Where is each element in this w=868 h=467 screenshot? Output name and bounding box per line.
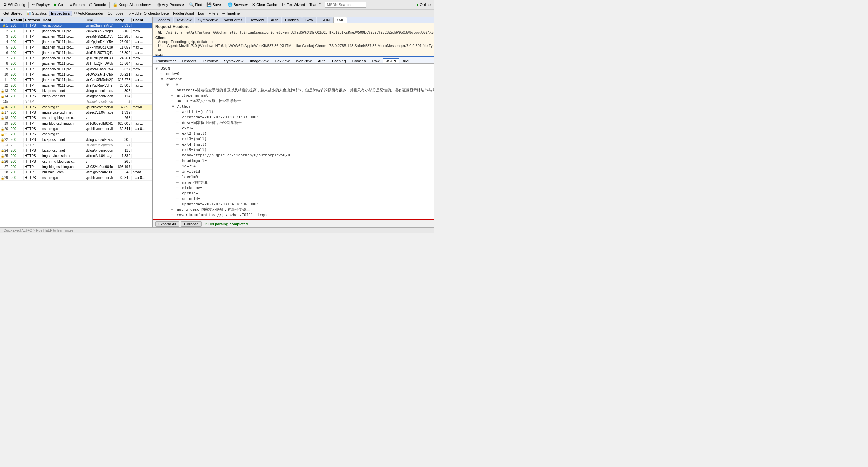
table-row[interactable]: 🔒16 200 HTTPS csdnimg.cn /public/common/… [0, 105, 152, 110]
collapse-button[interactable]: Collapse [181, 221, 202, 227]
save-button[interactable]: 💾 Save [204, 1, 223, 8]
resp-tab-imageview[interactable]: ImageView [247, 58, 271, 63]
resp-tab-syntaxview[interactable]: SyntaxView [221, 58, 246, 63]
tab-json-req[interactable]: JSON [317, 17, 333, 23]
inspectors-tab[interactable]: Inspectors [49, 11, 72, 16]
protocol-cell: HTTP [24, 51, 41, 55]
tunnel-icon: ⤵ [3, 144, 4, 147]
browse-button[interactable]: 🌐 Browse ▾ [225, 1, 250, 8]
tab-syntaxview[interactable]: SyntaxView [195, 17, 220, 23]
json-coverimgurl: ─ coverimgurl=https://jiaozhen-70111.pic… [171, 212, 434, 218]
tab-hexview[interactable]: HexView [246, 17, 267, 23]
resp-tab-xml[interactable]: XML [399, 58, 413, 63]
client-section: Client [155, 36, 434, 40]
filters-tab[interactable]: Filters [206, 11, 220, 16]
resp-tab-raw[interactable]: Raw [369, 58, 382, 63]
fiddler-orchestra-tab[interactable]: ♪ Fiddler Orchestra Beta [127, 11, 171, 16]
protocol-cell: HTTP [24, 122, 41, 125]
table-row[interactable]: 27 200 HTTP img-blog.csdnimg.cn /3f0824e… [0, 164, 152, 170]
result-cell: 200 [9, 116, 24, 120]
stream-button[interactable]: ≡ Stream [67, 1, 87, 8]
table-row[interactable]: 🔒29 200 HTTPS csdnimg.cn /public/common/… [0, 175, 152, 181]
replay-button[interactable]: ↩ Replay ▾ [30, 1, 52, 8]
table-row[interactable]: 4 200 HTTP jiaozhen-70111.pic... /9bQxjh… [0, 39, 152, 45]
table-row[interactable]: 🔒17 200 HTTPS imgservice.csdn.net /direc… [0, 110, 152, 115]
tab-textview[interactable]: TextView [174, 17, 195, 23]
log-tab[interactable]: Log [196, 11, 206, 16]
resp-tab-webview[interactable]: WebView [293, 58, 315, 63]
protocol-cell: HTTP [24, 40, 41, 44]
resp-tab-caching[interactable]: Caching [329, 58, 349, 63]
table-row[interactable]: 5 200 HTTP jiaozhen-70111.pic... /2FFnma… [0, 45, 152, 50]
table-row[interactable]: 🔒22 200 HTTPS bizapi.csdn.net /blog-cons… [0, 137, 152, 143]
protocol-cell: HTTP [24, 143, 41, 147]
statistics-tab[interactable]: 📊 Statistics [24, 10, 49, 16]
resp-tab-hexview[interactable]: HexView [272, 58, 292, 63]
table-row[interactable]: 🔒21 200 HTTPS csdnimg.cn [0, 132, 152, 137]
tab-cookies[interactable]: Cookies [282, 17, 302, 23]
autoresponder-tab[interactable]: ↺ AutoResponder [72, 10, 105, 16]
tab-headers[interactable]: Headers [153, 17, 173, 23]
resp-tab-transformer[interactable]: Transformer [153, 58, 179, 63]
table-row[interactable]: ⤵23 - HTTP Tunnel to optimizationguide-p… [0, 143, 152, 148]
url-cell: /miniChannelArt?artnum=... [85, 24, 113, 27]
keep-button[interactable]: 🔒 Keep: All sessions ▾ [111, 1, 153, 8]
table-row[interactable]: 6 200 HTTP jiaozhen-70111.pic... /bkR7L2… [0, 50, 152, 56]
table-row[interactable]: 28 200 HTTP hm.baidu.com /hm.gif?hca=290… [0, 170, 152, 175]
table-row[interactable]: 10 200 HTTP jiaozhen-70111.pic... /4QWX2… [0, 72, 152, 77]
table-row[interactable]: 🔒14 200 HTTPS bizapi.csdn.net /blog/phoe… [0, 94, 152, 99]
table-row[interactable]: 🔒13 200 HTTPS bizapi.csdn.net /blog-cons… [0, 88, 152, 94]
composer-tab[interactable]: Composer [105, 11, 127, 16]
entity-section: Entity [155, 53, 434, 56]
table-row[interactable]: 🔒18 200 HTTPS csdn-img-blog.oss-c... / 2… [0, 115, 152, 121]
resp-tab-auth[interactable]: Auth [315, 58, 329, 63]
go-button[interactable]: ▶ Go [52, 1, 65, 8]
host-cell: jiaozhen-70111.pic... [41, 35, 85, 38]
table-row[interactable]: 19 200 HTTP img-blog.csdnimg.cn /d1c85de… [0, 121, 152, 126]
tunnel-icon: ⤵ [3, 100, 4, 104]
url-cell: / [85, 116, 113, 120]
json-ext3: ─ ext3=(null) [176, 136, 434, 142]
get-started-tab[interactable]: Get Started [1, 11, 24, 16]
table-row[interactable]: 🔒1 200 HTTPS vp.fact.qq.com /miniChannel… [0, 23, 152, 29]
body-cell: 15,802 [113, 51, 132, 55]
winconfig-button[interactable]: ⚙ WinConfig [1, 1, 27, 8]
textwizard-button[interactable]: Tz TextWizard [279, 1, 307, 8]
json-viewer[interactable]: ▼ JSON ─ code=0 ▼ content ▼ [153, 64, 434, 220]
table-row[interactable]: 7 200 HTTP jiaozhen-70111.pic... /p1u7dF… [0, 56, 152, 61]
table-row[interactable]: 11 200 HTTP jiaozhen-70111.pic... /tcGer… [0, 77, 152, 83]
host-cell: vp.fact.qq.com [41, 24, 85, 27]
table-row[interactable]: 9 200 HTTP jiaozhen-70111.pic... /qkzVMK… [0, 67, 152, 72]
table-row[interactable]: 12 200 HTTP jiaozhen-70111.pic... /hYYgd… [0, 83, 152, 88]
resp-tab-headers[interactable]: Headers [179, 58, 200, 63]
table-row[interactable]: 8 200 HTTP jiaozhen-70111.pic... /8TmLxQ… [0, 61, 152, 67]
tab-auth[interactable]: Auth [268, 17, 282, 23]
clear-cache-button[interactable]: ✕ Clear Cache [250, 1, 279, 8]
online-button[interactable]: ● Online [415, 1, 433, 8]
table-row[interactable]: ⤵15 - HTTP Tunnel to optimizationguide-p… [0, 99, 152, 105]
msdn-search-input[interactable] [325, 2, 366, 8]
table-row[interactable]: 🔒26 200 HTTPS csdn-img-blog.oss-c... / 2… [0, 159, 152, 164]
table-row[interactable]: 3 200 HTTP jiaozhen-70111.pic... /eea5N9… [0, 34, 152, 39]
tab-xml-req[interactable]: XML [333, 17, 347, 23]
timeline-tab[interactable]: ─ Timeline [220, 11, 242, 16]
table-row[interactable]: 2 200 HTTP jiaozhen-70111.pic... /sNxqKA… [0, 29, 152, 34]
table-row[interactable]: 🔒25 200 HTTPS imgservice.csdn.net /direc… [0, 153, 152, 159]
response-tab-bar: Transformer Headers TextView SyntaxView … [153, 57, 434, 64]
tab-raw[interactable]: Raw [302, 17, 316, 23]
resp-tab-textview[interactable]: TextView [200, 58, 221, 63]
tab-webforms[interactable]: WebForms [221, 17, 246, 23]
fiddlerscript-tab[interactable]: FiddlerScript [171, 11, 196, 16]
table-row[interactable]: 🔒24 200 HTTPS bizapi.csdn.net /blog/phoe… [0, 148, 152, 153]
resp-tab-cookies[interactable]: Cookies [349, 58, 369, 63]
host-cell: jiaozhen-70111.pic... [41, 45, 85, 49]
expand-all-button[interactable]: Expand All [155, 221, 179, 227]
tearoff-button[interactable]: Tearoff [307, 1, 322, 8]
decode-button[interactable]: ⬡ Decode [87, 1, 108, 8]
host-cell: csdn-img-blog.oss-c... [41, 116, 85, 120]
find-button[interactable]: 🔍 Find [187, 1, 204, 8]
any-process-button[interactable]: ◎ Any Process ▾ [155, 1, 187, 8]
url-cell: /public/common/libs/jquer... [85, 105, 113, 109]
table-row[interactable]: 🔒20 200 HTTPS csdnimg.cn /public/common/… [0, 126, 152, 132]
resp-tab-json[interactable]: JSON [383, 58, 399, 63]
